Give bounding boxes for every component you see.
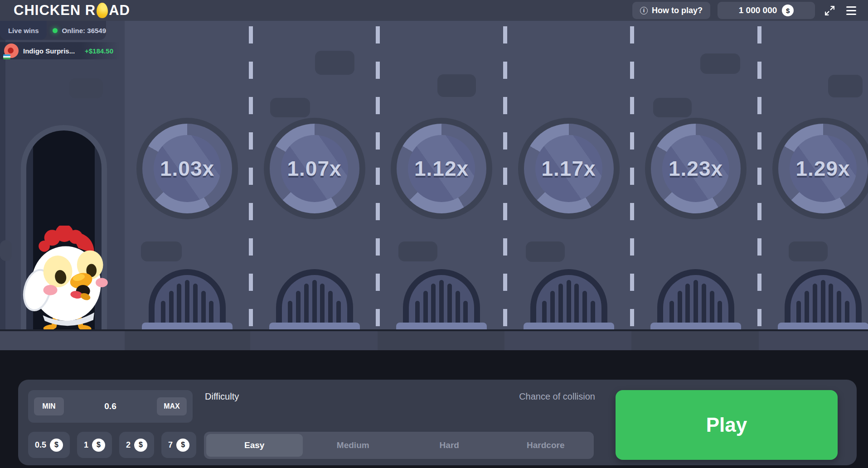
difficulty-tab-hard[interactable]: Hard <box>401 432 498 459</box>
player-flag-icon <box>3 54 10 59</box>
multiplier-manhole: 1.12x <box>391 118 492 219</box>
multiplier-manhole: 1.07x <box>264 118 365 219</box>
quick-bet-button[interactable]: 1$ <box>77 432 112 458</box>
quick-bet-button[interactable]: 0.5$ <box>28 432 70 458</box>
multiplier-value: 1.07x <box>287 156 341 181</box>
bet-amount-control: MIN MAX <box>28 390 193 423</box>
bet-amount-input[interactable] <box>69 390 152 423</box>
difficulty-tab-medium[interactable]: Medium <box>305 432 402 459</box>
road-patch <box>69 78 103 98</box>
dollar-coin-icon: $ <box>176 439 189 452</box>
balance-value: 1 000 000 <box>739 5 777 15</box>
dollar-coin-icon: $ <box>782 5 794 16</box>
quick-bet-value: 0.5 <box>35 440 46 450</box>
difficulty-tabs: EasyMediumHardHardcore <box>204 432 594 459</box>
win-amount: +$184.50 <box>85 47 113 55</box>
dollar-coin-icon: $ <box>50 439 63 452</box>
difficulty-label: Difficulty <box>205 391 239 402</box>
logo: CHICKEN RAD <box>14 2 130 19</box>
road-patch <box>700 53 740 74</box>
header-actions: i How to play? 1 000 000 $ <box>632 2 858 19</box>
grate-sill <box>142 323 233 329</box>
multiplier-manhole: 1.23x <box>645 118 747 219</box>
difficulty-tab-easy[interactable]: Easy <box>206 434 303 457</box>
chicken-road-app: CHICKEN RAD i How to play? 1 000 000 $ <box>0 0 868 468</box>
quick-bet-button[interactable]: 7$ <box>161 432 196 458</box>
egg-icon <box>97 3 108 18</box>
road-patch <box>653 98 692 117</box>
lane-divider <box>630 26 634 329</box>
max-bet-button[interactable]: MAX <box>157 397 187 415</box>
road-patch <box>315 51 354 75</box>
quick-bet-value: 1 <box>84 440 88 450</box>
control-panel: MIN MAX 0.5$1$2$7$ Difficulty Chance of … <box>18 380 857 465</box>
info-icon: i <box>640 7 648 14</box>
online-dot-icon <box>53 28 58 33</box>
difficulty-tab-hardcore[interactable]: Hardcore <box>498 432 594 459</box>
grate-sill <box>650 323 741 329</box>
quick-bet-buttons: 0.5$1$2$7$ <box>28 432 196 458</box>
dollar-coin-icon: $ <box>134 439 147 452</box>
quick-bet-value: 7 <box>168 440 173 450</box>
multiplier-manhole: 1.29x <box>772 118 868 219</box>
play-button[interactable]: Play <box>616 390 838 460</box>
chicken-character <box>23 226 108 329</box>
multiplier-value: 1.29x <box>795 156 850 181</box>
road-patch <box>437 74 476 97</box>
road-patch <box>141 241 182 261</box>
live-wins-tab[interactable]: Live wins <box>0 21 47 40</box>
sewer-grate <box>657 269 734 329</box>
how-to-play-label: How to play? <box>652 6 703 15</box>
road-patch <box>789 241 828 261</box>
lane-divider <box>376 26 380 329</box>
live-win-entry: Indigo Surpris... +$184.50 <box>0 42 120 59</box>
chance-of-collision-label: Chance of collision <box>519 391 595 402</box>
road-patch <box>526 241 565 262</box>
fullscreen-button[interactable] <box>822 3 837 18</box>
grate-sill <box>778 323 868 329</box>
road-curb <box>0 329 868 350</box>
road-patch <box>828 75 863 97</box>
min-bet-button[interactable]: MIN <box>34 397 64 415</box>
multiplier-manhole: 1.03x <box>136 118 238 219</box>
balance-display: 1 000 000 $ <box>718 2 815 19</box>
menu-icon <box>846 6 856 8</box>
fullscreen-icon <box>824 5 835 16</box>
multiplier-value: 1.17x <box>541 156 596 181</box>
game-board: 1.03x1.07x1.12x1.17x1.23x1.29x <box>0 21 868 329</box>
dollar-coin-icon: $ <box>92 439 105 452</box>
online-count: Online: 36549 <box>62 27 106 34</box>
grate-sill <box>524 323 614 329</box>
multiplier-value: 1.03x <box>160 156 214 181</box>
multiplier-value: 1.12x <box>414 156 469 181</box>
player-name: Indigo Surpris... <box>23 47 83 55</box>
multiplier-manhole: 1.17x <box>518 118 620 219</box>
grate-sill <box>396 323 487 329</box>
top-bar: CHICKEN RAD i How to play? 1 000 000 $ <box>0 0 868 21</box>
lane-divider <box>757 26 761 329</box>
road-patch <box>270 98 310 117</box>
sewer-grate <box>403 269 480 329</box>
sewer-grate <box>149 269 226 329</box>
quick-bet-value: 2 <box>126 440 131 450</box>
logo-text-right: AD <box>109 2 130 19</box>
road-patch <box>398 241 437 261</box>
lane-divider <box>249 26 253 329</box>
sewer-grate <box>785 269 862 329</box>
logo-text-left: CHICKEN R <box>14 2 96 19</box>
player-avatar <box>4 43 19 58</box>
lane-divider <box>503 26 507 329</box>
quick-bet-button[interactable]: 2$ <box>119 432 154 458</box>
menu-button[interactable] <box>844 5 858 17</box>
grate-sill <box>269 323 360 329</box>
road-patch <box>0 240 12 261</box>
multiplier-value: 1.23x <box>669 156 723 181</box>
how-to-play-button[interactable]: i How to play? <box>632 2 710 19</box>
live-wins-header: Live wins Online: 36549 <box>0 21 106 40</box>
sewer-grate <box>276 269 353 329</box>
sewer-grate <box>530 269 607 329</box>
